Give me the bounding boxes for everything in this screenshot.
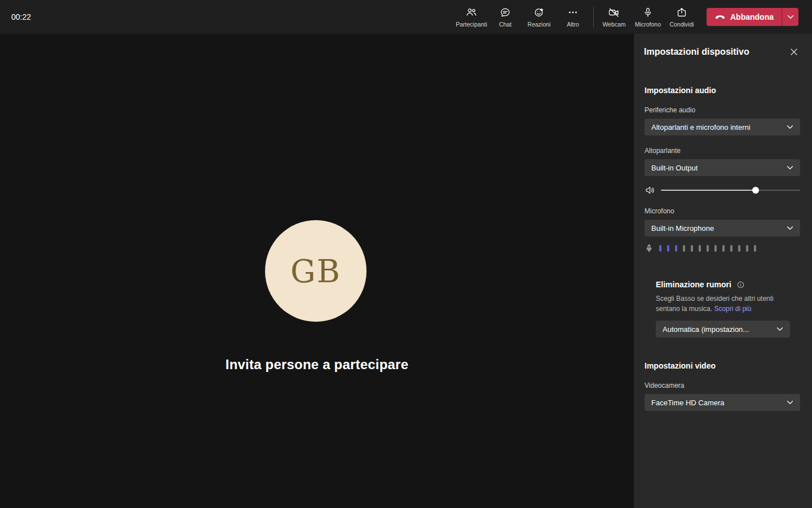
speaker-icon xyxy=(645,185,656,196)
video-section-title: Impostazioni video xyxy=(645,361,800,370)
camera-value: FaceTime HD Camera xyxy=(651,398,725,407)
mic-level-segment xyxy=(714,245,717,252)
participants-label: Partecipanti xyxy=(456,21,487,28)
learn-more-link[interactable]: Scopri di più xyxy=(714,305,751,313)
more-button[interactable]: Altro xyxy=(556,0,590,34)
mic-level-segment xyxy=(699,245,701,252)
audio-section-title: Impostazioni audio xyxy=(645,86,800,95)
people-icon xyxy=(466,7,477,18)
chevron-down-icon xyxy=(787,165,793,170)
meeting-topbar: 00:22 Partecipanti Chat xyxy=(0,0,812,34)
share-button[interactable]: Condividi xyxy=(665,0,699,34)
avatar-initials: GB xyxy=(290,253,341,290)
chat-icon xyxy=(500,7,511,18)
mic-level-segment xyxy=(738,245,740,252)
noise-suppression-title: Eliminazione rumori xyxy=(656,280,731,289)
close-icon xyxy=(789,47,798,56)
mic-level-segment xyxy=(659,245,661,252)
toolbar-divider xyxy=(593,7,594,27)
participants-button[interactable]: Partecipanti xyxy=(454,0,488,34)
hangup-icon xyxy=(714,11,726,23)
chevron-down-icon xyxy=(776,327,783,331)
camera-label: Videocamera xyxy=(645,382,800,389)
mic-label: Microfono xyxy=(645,207,800,215)
webcam-button[interactable]: Webcam xyxy=(597,0,631,34)
mic-level-segment xyxy=(754,245,756,252)
speaker-volume-row xyxy=(645,185,800,196)
noise-suppression-value: Automatica (impostazion... xyxy=(663,325,749,334)
reactions-label: Reazioni xyxy=(528,21,551,28)
chat-label: Chat xyxy=(499,21,511,28)
camera-select[interactable]: FaceTime HD Camera xyxy=(645,394,800,411)
speaker-select[interactable]: Built-in Output xyxy=(645,159,800,176)
close-panel-button[interactable] xyxy=(787,45,801,59)
panel-body: Impostazioni audio Periferiche audio Alt… xyxy=(634,86,812,411)
chevron-down-icon xyxy=(787,226,793,230)
meeting-stage: GB Invita persone a partecipare xyxy=(0,34,634,508)
chevron-down-icon xyxy=(787,125,793,129)
mic-level-segment xyxy=(683,245,685,252)
chevron-down-icon xyxy=(787,400,793,405)
mic-level-segment xyxy=(707,245,709,252)
info-icon[interactable] xyxy=(737,281,744,288)
webcam-label: Webcam xyxy=(602,21,625,28)
mic-level-segment xyxy=(675,245,677,252)
chat-button[interactable]: Chat xyxy=(488,0,522,34)
more-label: Altro xyxy=(567,21,579,28)
panel-title: Impostazioni dispositivo xyxy=(644,47,749,57)
noise-suppression-description: Scegli Basso se desideri che altri utent… xyxy=(656,294,787,314)
reactions-button[interactable]: Reazioni xyxy=(522,0,556,34)
invite-people-text: Invita persone a partecipare xyxy=(0,357,634,373)
leave-options-button[interactable] xyxy=(782,8,798,26)
noise-suppression-block: Eliminazione rumori Scegli Basso se desi… xyxy=(656,280,800,338)
noise-title-row: Eliminazione rumori xyxy=(656,280,800,289)
leave-button[interactable]: Abbandona xyxy=(707,8,782,26)
microphone-button[interactable]: Microfono xyxy=(631,0,665,34)
mic-level-segment xyxy=(722,245,725,252)
audio-devices-value: Altoparlanti e microfono interni xyxy=(651,123,751,132)
volume-slider-handle[interactable] xyxy=(752,187,759,194)
share-icon xyxy=(676,7,687,18)
device-settings-panel: Impostazioni dispositivo Impostazioni au… xyxy=(634,34,812,508)
volume-slider[interactable] xyxy=(661,187,800,194)
avatar: GB xyxy=(265,220,367,322)
reactions-icon xyxy=(533,7,545,18)
mic-value: Built-in Microphone xyxy=(651,224,714,233)
meeting-timer: 00:22 xyxy=(11,12,31,21)
webcam-off-icon xyxy=(608,7,620,18)
share-label: Condividi xyxy=(669,21,694,28)
leave-split-button: Abbandona xyxy=(707,8,798,26)
mic-level-meter xyxy=(659,245,756,252)
audio-devices-select[interactable]: Altoparlanti e microfono interni xyxy=(645,119,800,135)
mic-level-icon xyxy=(645,244,654,253)
chevron-down-icon xyxy=(787,15,794,19)
mic-level-segment xyxy=(730,245,732,252)
panel-header: Impostazioni dispositivo xyxy=(634,34,812,70)
volume-slider-fill xyxy=(661,190,756,191)
mic-level-segment xyxy=(691,245,693,252)
noise-suppression-select[interactable]: Automatica (impostazion... xyxy=(656,321,790,338)
mic-select[interactable]: Built-in Microphone xyxy=(645,220,800,237)
leave-button-label: Abbandona xyxy=(730,12,774,21)
microphone-icon xyxy=(642,7,654,18)
speaker-label: Altoparlante xyxy=(645,147,800,155)
more-icon xyxy=(567,7,579,18)
mic-level-segment xyxy=(667,245,669,252)
meeting-toolbar: Partecipanti Chat Reazion xyxy=(454,0,699,34)
audio-devices-label: Periferiche audio xyxy=(645,106,800,114)
mic-level-segment xyxy=(746,245,748,252)
microphone-label: Microfono xyxy=(635,21,661,28)
mic-level-row xyxy=(645,244,800,253)
speaker-value: Built-in Output xyxy=(651,164,698,172)
